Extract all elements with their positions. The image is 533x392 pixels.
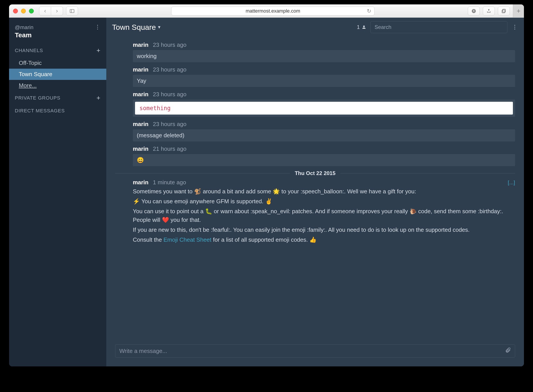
add-channel-button[interactable]: + xyxy=(96,47,100,54)
paperclip-icon xyxy=(505,347,511,353)
post-paragraph: ⚡ You can use emoji anywhere GFM is supp… xyxy=(133,197,515,206)
post-text: for a list of all supported emoji codes.… xyxy=(211,236,317,243)
url-text: mattermost.example.com xyxy=(246,8,300,14)
post-paragraph: You can use it to point out a 🐛 or warn … xyxy=(133,207,515,224)
member-count-number: 1 xyxy=(357,24,360,30)
browser-window: ‹ › mattermost.example.com ↻ + xyxy=(9,5,524,366)
channels-label: CHANNELS xyxy=(15,48,43,53)
chevron-down-icon: ▾ xyxy=(158,24,160,30)
post-time: 23 hours ago xyxy=(153,66,186,73)
user-handle: @marin xyxy=(15,24,33,30)
address-bar-wrap: mattermost.example.com ↻ xyxy=(81,7,465,15)
maximize-window-button[interactable] xyxy=(29,9,34,14)
date-separator: Thu Oct 22 2015 xyxy=(115,170,515,176)
sidebar-header: @marin Team ⋯ xyxy=(9,21,106,44)
search-input[interactable] xyxy=(370,21,507,33)
post-time: 1 minute ago xyxy=(153,179,186,186)
address-bar[interactable]: mattermost.example.com ↻ xyxy=(171,7,375,15)
app-body: @marin Team ⋯ CHANNELS + Off-Topic Town … xyxy=(9,18,524,366)
collapse-toggle[interactable]: [...] xyxy=(508,179,515,186)
minimize-window-button[interactable] xyxy=(21,9,26,14)
tabs-icon xyxy=(501,9,506,14)
channel-header: Town Square ▾ 1 ⋯ xyxy=(106,18,524,37)
compose-area xyxy=(106,341,524,366)
post-body: Sometimes you want to 🐒 around a bit and… xyxy=(133,187,515,244)
post-author: marin xyxy=(133,91,148,98)
post-author: marin xyxy=(133,145,148,152)
sidebar-icon xyxy=(70,9,75,14)
post: marin 21 hours ago 😄 xyxy=(133,145,515,166)
channel-name: Town Square xyxy=(112,23,156,32)
channel-menu-button[interactable]: ⋯ xyxy=(511,24,518,30)
nav-forward-button[interactable]: › xyxy=(51,7,63,15)
post-body: Yay xyxy=(133,75,515,87)
sidebar-item-townsquare[interactable]: Town Square xyxy=(9,69,106,80)
post-body: 😄 xyxy=(133,154,515,166)
compose-input[interactable] xyxy=(119,348,505,355)
post-paragraph: If you are new to this, don't be :fearfu… xyxy=(133,226,515,234)
sidebar-toggle-button[interactable] xyxy=(66,7,78,15)
nav-buttons: ‹ › xyxy=(39,7,63,15)
post-author: marin xyxy=(133,179,148,186)
main-panel: Town Square ▾ 1 ⋯ marin 23 hours ago xyxy=(106,18,524,366)
channel-name-dropdown[interactable]: Town Square ▾ xyxy=(112,23,160,32)
post-author: marin xyxy=(133,66,148,73)
new-tab-button[interactable]: + xyxy=(513,5,524,18)
svg-point-5 xyxy=(363,26,365,27)
private-groups-head: PRIVATE GROUPS + xyxy=(9,91,106,105)
sidebar-item-offtopic[interactable]: Off-Topic xyxy=(9,57,106,69)
team-name: Team xyxy=(15,31,33,39)
post-author: marin xyxy=(133,121,148,128)
sidebar-menu-button[interactable]: ⋯ xyxy=(95,24,100,30)
post-author: marin xyxy=(133,42,148,48)
tabs-button[interactable] xyxy=(498,7,510,15)
compose-box[interactable] xyxy=(115,344,515,358)
sidebar: @marin Team ⋯ CHANNELS + Off-Topic Town … xyxy=(9,18,106,366)
download-icon xyxy=(471,9,476,14)
svg-rect-0 xyxy=(70,9,74,13)
post: marin 23 hours ago something xyxy=(133,91,515,117)
nav-back-button[interactable]: ‹ xyxy=(39,7,51,15)
post-paragraph: Sometimes you want to 🐒 around a bit and… xyxy=(133,187,515,196)
date-separator-text: Thu Oct 22 2015 xyxy=(290,170,340,176)
add-private-group-button[interactable]: + xyxy=(96,94,100,102)
refresh-icon[interactable]: ↻ xyxy=(367,8,371,14)
post: marin 23 hours ago working xyxy=(133,42,515,62)
post: marin 1 minute ago [...] Sometimes you w… xyxy=(133,179,515,244)
direct-messages-label: DIRECT MESSAGES xyxy=(15,108,65,114)
private-groups-label: PRIVATE GROUPS xyxy=(15,95,60,101)
post-body-wrap: something xyxy=(133,100,515,117)
members-icon xyxy=(362,25,366,30)
post-body: working xyxy=(133,50,515,62)
channels-section-head: CHANNELS + xyxy=(9,44,106,57)
emoji-cheat-sheet-link[interactable]: Emoji Cheat Sheet xyxy=(163,236,211,243)
sidebar-item-more[interactable]: More... xyxy=(9,80,106,91)
post-time: 23 hours ago xyxy=(153,42,186,48)
post-body: (message deleted) xyxy=(133,129,515,141)
attach-button[interactable] xyxy=(505,347,511,355)
post: marin 23 hours ago Yay xyxy=(133,66,515,87)
share-button[interactable] xyxy=(483,7,495,15)
browser-titlebar: ‹ › mattermost.example.com ↻ + xyxy=(9,5,524,18)
close-window-button[interactable] xyxy=(13,9,18,14)
message-list: marin 23 hours ago working marin 23 hour… xyxy=(106,37,524,341)
share-icon xyxy=(486,9,491,14)
post-text: Consult the xyxy=(133,236,163,243)
downloads-button[interactable] xyxy=(468,7,480,15)
post-time: 23 hours ago xyxy=(153,91,186,98)
post: marin 23 hours ago (message deleted) xyxy=(133,121,515,141)
window-controls xyxy=(13,9,34,14)
code-block: something xyxy=(135,102,513,115)
post-time: 23 hours ago xyxy=(153,121,186,128)
member-count[interactable]: 1 xyxy=(357,24,366,30)
direct-messages-head: DIRECT MESSAGES xyxy=(9,105,106,117)
post-time: 21 hours ago xyxy=(153,145,186,152)
post-paragraph: Consult the Emoji Cheat Sheet for a list… xyxy=(133,236,515,244)
